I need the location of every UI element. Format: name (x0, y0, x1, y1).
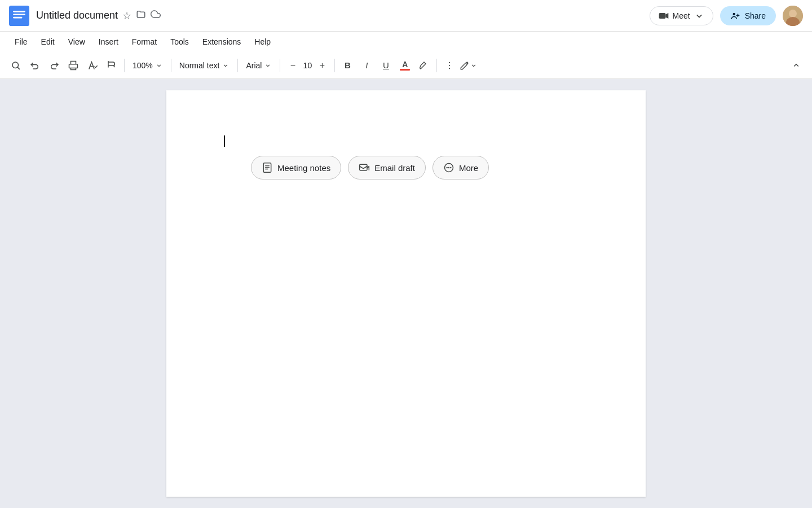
more-chip-icon (443, 162, 454, 173)
svg-point-13 (449, 68, 450, 69)
italic-icon: I (365, 60, 368, 70)
meeting-notes-chip[interactable]: Meeting notes (251, 156, 341, 179)
share-button[interactable]: Share (720, 6, 776, 25)
avatar[interactable] (783, 6, 803, 26)
top-bar: Untitled document ☆ Meet (0, 0, 812, 32)
bold-button[interactable]: B (338, 56, 356, 75)
svg-rect-4 (659, 13, 665, 19)
email-draft-icon (359, 162, 370, 173)
italic-button[interactable]: I (358, 56, 376, 75)
chevron-down-icon (694, 10, 705, 21)
underline-icon: U (383, 60, 389, 70)
collapse-toolbar-button[interactable] (787, 56, 805, 75)
font-size-increase[interactable]: + (315, 59, 329, 72)
divider-6 (436, 59, 437, 72)
edit-chevron-icon (470, 62, 478, 69)
svg-rect-3 (13, 16, 22, 18)
highlight-button[interactable] (415, 56, 433, 75)
doc-title[interactable]: Untitled document (36, 10, 118, 21)
divider-3 (237, 59, 238, 72)
person-add-icon (730, 11, 740, 21)
redo-icon (49, 60, 59, 71)
more-options-button[interactable] (440, 56, 458, 75)
font-selector[interactable]: Arial (241, 59, 276, 72)
divider-4 (280, 59, 280, 72)
menu-edit[interactable]: Edit (36, 35, 60, 49)
svg-point-5 (732, 12, 735, 15)
template-chips-container: Meeting notes Email draft M (251, 156, 589, 179)
main-content: Meeting notes Email draft M (0, 79, 812, 508)
menu-extensions[interactable]: Extensions (197, 35, 246, 49)
menu-format[interactable]: Format (126, 35, 162, 49)
menu-tools[interactable]: Tools (165, 35, 195, 49)
menu-view[interactable]: View (63, 35, 91, 49)
spellcheck-icon (87, 60, 98, 71)
email-draft-chip[interactable]: Email draft (348, 156, 426, 179)
redo-button[interactable] (45, 56, 63, 75)
cloud-icon[interactable] (151, 9, 161, 22)
svg-rect-1 (13, 11, 25, 12)
undo-button[interactable] (26, 56, 44, 75)
search-icon (11, 60, 21, 71)
font-size-value[interactable]: 10 (301, 61, 314, 70)
paragraph-chevron-icon (222, 62, 230, 69)
underline-button[interactable]: U (377, 56, 395, 75)
menu-file[interactable]: File (9, 35, 33, 49)
meet-label: Meet (673, 11, 690, 20)
folder-icon[interactable] (136, 9, 146, 22)
zoom-selector[interactable]: 100% (128, 59, 167, 72)
text-cursor (224, 135, 225, 147)
paintformat-button[interactable] (103, 56, 121, 75)
menu-bar: File Edit View Insert Format Tools Exten… (0, 32, 812, 52)
font-size-decrease[interactable]: − (286, 59, 299, 72)
share-label: Share (745, 11, 766, 20)
svg-point-19 (450, 167, 452, 169)
font-chevron-icon (264, 62, 272, 69)
more-chip[interactable]: More (433, 156, 489, 179)
svg-point-17 (446, 167, 448, 169)
toolbar: 100% Normal text Arial − 10 + B I U (0, 52, 812, 79)
svg-point-12 (449, 64, 450, 65)
meeting-notes-icon (262, 162, 273, 173)
zoom-value: 100% (133, 61, 153, 70)
menu-help[interactable]: Help (249, 35, 276, 49)
svg-rect-2 (13, 14, 25, 15)
chevron-up-icon (791, 60, 801, 71)
font-size-area: − 10 + (284, 58, 331, 73)
video-icon (658, 10, 669, 21)
paintformat-icon (107, 60, 117, 71)
font-value: Arial (246, 61, 262, 70)
zoom-chevron-icon (155, 62, 163, 69)
star-icon[interactable]: ☆ (122, 10, 131, 22)
divider-5 (334, 59, 335, 72)
document-page[interactable]: Meeting notes Email draft M (166, 90, 646, 497)
text-color-indicator: A (400, 60, 410, 71)
print-icon (68, 60, 78, 71)
menu-insert[interactable]: Insert (93, 35, 124, 49)
search-button[interactable] (7, 56, 25, 75)
svg-point-18 (448, 167, 450, 169)
text-color-button[interactable]: A (396, 56, 414, 75)
paragraph-style-value: Normal text (179, 61, 220, 70)
svg-point-7 (789, 10, 797, 17)
edit-mode-button[interactable] (460, 56, 478, 75)
more-vert-icon (444, 60, 454, 71)
paragraph-style-selector[interactable]: Normal text (175, 59, 235, 72)
document-body (223, 135, 589, 147)
divider-2 (171, 59, 171, 72)
divider-1 (124, 59, 125, 72)
app-icon[interactable] (9, 6, 29, 26)
spellcheck-button[interactable] (83, 56, 102, 75)
svg-rect-14 (263, 163, 271, 173)
highlight-icon (419, 60, 429, 71)
top-right: Meet Share (650, 6, 803, 26)
bold-icon: B (345, 60, 351, 70)
doc-title-area: Untitled document ☆ (36, 9, 643, 22)
svg-rect-0 (9, 6, 29, 26)
pencil-icon (460, 60, 470, 71)
print-button[interactable] (64, 56, 82, 75)
svg-rect-10 (69, 64, 78, 68)
undo-icon (30, 60, 40, 71)
email-draft-label: Email draft (374, 163, 415, 173)
meet-button[interactable]: Meet (650, 6, 713, 25)
